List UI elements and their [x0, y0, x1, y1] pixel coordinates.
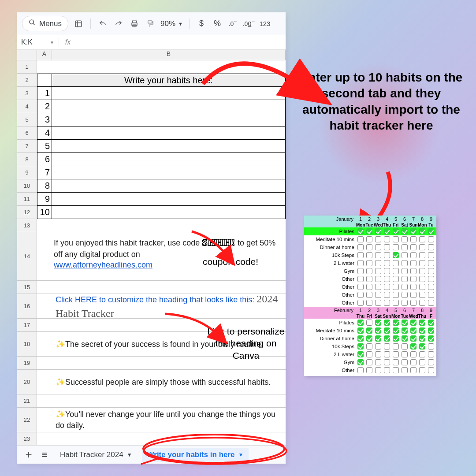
- habit-checkbox[interactable]: [418, 260, 427, 267]
- cell-a[interactable]: [37, 281, 52, 294]
- habit-checkbox[interactable]: [365, 283, 374, 290]
- habit-checkbox[interactable]: [427, 299, 435, 306]
- habit-checkbox[interactable]: [391, 291, 400, 298]
- habit-checkbox[interactable]: [400, 335, 409, 342]
- row-header[interactable]: 12: [17, 206, 37, 219]
- cell-a[interactable]: [37, 432, 52, 445]
- habit-checkbox[interactable]: [383, 327, 391, 334]
- habit-checkbox[interactable]: [400, 252, 409, 259]
- cell-b[interactable]: ✨Successful people are simply those with…: [52, 370, 286, 394]
- habit-checkbox[interactable]: [418, 351, 427, 358]
- habit-checkbox[interactable]: [356, 268, 365, 275]
- habit-checkbox[interactable]: [409, 283, 418, 290]
- habit-checkbox[interactable]: [409, 236, 418, 243]
- habit-checkbox[interactable]: [409, 327, 418, 334]
- row-header[interactable]: 15: [17, 281, 37, 294]
- redo-button[interactable]: [113, 18, 124, 30]
- habit-checkbox[interactable]: [400, 244, 409, 251]
- cell-a[interactable]: [37, 60, 52, 74]
- habit-checkbox[interactable]: [391, 228, 400, 235]
- row-header[interactable]: 14: [17, 232, 37, 281]
- habit-checkbox[interactable]: [409, 359, 418, 366]
- row-header[interactable]: 16: [17, 294, 37, 319]
- habit-checkbox[interactable]: [409, 299, 418, 306]
- habit-checkbox[interactable]: [356, 343, 365, 350]
- habit-checkbox[interactable]: [356, 228, 365, 235]
- habit-checkbox[interactable]: [383, 236, 391, 243]
- habit-checkbox[interactable]: [356, 291, 365, 298]
- habit-checkbox[interactable]: [427, 351, 435, 358]
- habit-checkbox[interactable]: [427, 268, 435, 275]
- habit-checkbox[interactable]: [365, 359, 374, 366]
- habit-checkbox[interactable]: [418, 275, 427, 283]
- habit-checkbox[interactable]: [356, 252, 365, 259]
- cell-b[interactable]: [52, 193, 286, 206]
- undo-button[interactable]: [97, 18, 108, 30]
- habit-checkbox[interactable]: [391, 275, 400, 283]
- promo-link[interactable]: www.attorneyheadlines.com: [54, 260, 152, 269]
- habit-checkbox[interactable]: [400, 367, 409, 374]
- habit-checkbox[interactable]: [400, 228, 409, 235]
- format-currency-button[interactable]: $: [196, 18, 207, 30]
- cell-b[interactable]: [52, 153, 286, 166]
- habit-checkbox[interactable]: [427, 367, 435, 374]
- habit-checkbox[interactable]: [356, 275, 365, 283]
- habit-checkbox[interactable]: [427, 319, 435, 326]
- increase-decimal-button[interactable]: .00→: [243, 18, 255, 30]
- habit-checkbox[interactable]: [383, 359, 391, 366]
- habit-checkbox[interactable]: [365, 252, 374, 259]
- habit-checkbox[interactable]: [383, 367, 391, 374]
- row-header[interactable]: 22: [17, 408, 37, 432]
- habit-checkbox[interactable]: [365, 327, 374, 334]
- habit-checkbox[interactable]: [365, 343, 374, 350]
- habit-checkbox[interactable]: [365, 319, 374, 326]
- row-header[interactable]: 13: [17, 219, 37, 232]
- habit-checkbox[interactable]: [365, 367, 374, 374]
- cell-b[interactable]: [52, 166, 286, 179]
- habit-checkbox[interactable]: [418, 291, 427, 298]
- habit-checkbox[interactable]: [418, 319, 427, 326]
- habit-checkbox[interactable]: [400, 291, 409, 298]
- habit-checkbox[interactable]: [391, 327, 400, 334]
- habit-checkbox[interactable]: [365, 351, 374, 358]
- cell-b[interactable]: [52, 100, 286, 113]
- customize-link[interactable]: Click HERE to customize the heading that…: [56, 295, 257, 304]
- format-percent-button[interactable]: %: [212, 18, 223, 30]
- select-all-corner[interactable]: [17, 50, 37, 60]
- cell-a[interactable]: [37, 332, 52, 357]
- habit-checkbox[interactable]: [383, 299, 391, 306]
- cell-a[interactable]: [37, 219, 52, 232]
- cell-a[interactable]: [37, 408, 52, 432]
- row-header[interactable]: 20: [17, 370, 37, 394]
- habit-checkbox[interactable]: [427, 228, 435, 235]
- habit-checkbox[interactable]: [383, 244, 391, 251]
- cell-b[interactable]: [52, 113, 286, 126]
- habit-checkbox[interactable]: [374, 268, 383, 275]
- habit-checkbox[interactable]: [365, 275, 374, 283]
- cell-a[interactable]: 2: [37, 100, 52, 113]
- habit-checkbox[interactable]: [383, 283, 391, 290]
- habit-checkbox[interactable]: [374, 244, 383, 251]
- habit-checkbox[interactable]: [427, 291, 435, 298]
- habit-checkbox[interactable]: [409, 367, 418, 374]
- row-header[interactable]: 17: [17, 319, 37, 332]
- add-sheet-button[interactable]: +: [23, 449, 34, 461]
- habit-checkbox[interactable]: [383, 291, 391, 298]
- habit-checkbox[interactable]: [383, 260, 391, 267]
- cell-a[interactable]: 10: [37, 206, 52, 219]
- habit-checkbox[interactable]: [418, 228, 427, 235]
- habit-checkbox[interactable]: [418, 244, 427, 251]
- cell-a[interactable]: [37, 357, 52, 370]
- habit-checkbox[interactable]: [391, 260, 400, 267]
- habit-checkbox[interactable]: [409, 228, 418, 235]
- cell-a[interactable]: [37, 74, 52, 87]
- habit-checkbox[interactable]: [400, 351, 409, 358]
- habit-checkbox[interactable]: [383, 351, 391, 358]
- zoom-dropdown[interactable]: 90% ▼: [160, 19, 183, 28]
- habit-checkbox[interactable]: [427, 275, 435, 283]
- habit-checkbox[interactable]: [427, 359, 435, 366]
- habit-checkbox[interactable]: [418, 335, 427, 342]
- cell-a[interactable]: [37, 232, 52, 281]
- habit-checkbox[interactable]: [365, 268, 374, 275]
- habit-checkbox[interactable]: [391, 359, 400, 366]
